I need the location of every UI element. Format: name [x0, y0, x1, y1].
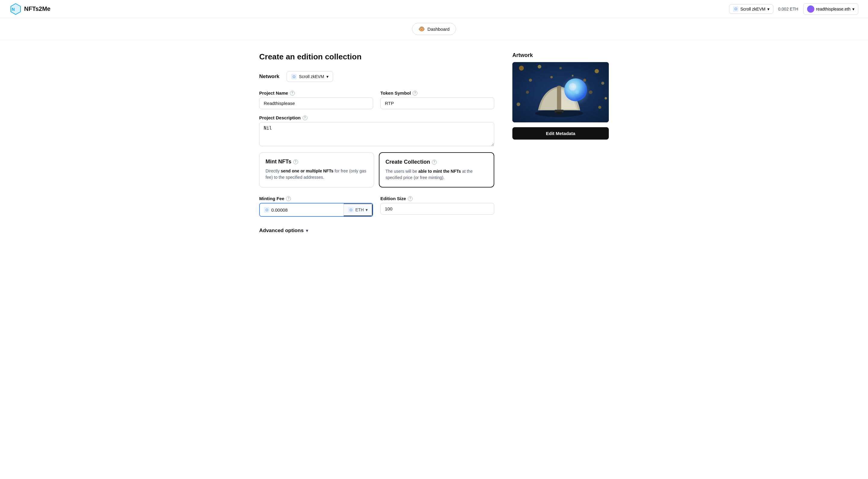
create-collection-desc: The users will be able to mint the NFTs …: [385, 168, 488, 181]
minting-fee-label: Minting Fee: [259, 196, 284, 201]
mint-nfts-title: Mint NFTs ?: [266, 158, 368, 165]
edition-size-help-icon[interactable]: ?: [408, 196, 412, 201]
description-label: Project Description: [259, 115, 301, 120]
svg-point-24: [575, 90, 579, 94]
svg-point-13: [598, 106, 601, 109]
svg-point-22: [564, 79, 587, 101]
header-network-button[interactable]: ⬡ Scroll zkEVM ▾: [729, 4, 773, 14]
network-select-button[interactable]: ⬡ Scroll zkEVM ▾: [287, 71, 333, 82]
network-chevron: ▾: [327, 74, 329, 79]
project-name-group: Project Name ?: [259, 90, 373, 109]
network-section-label: Network: [259, 73, 279, 80]
minting-fee-help-icon[interactable]: ?: [286, 196, 291, 201]
svg-text:N: N: [12, 7, 15, 12]
svg-point-4: [519, 66, 524, 70]
form-area: Create an edition collection Network ⬡ S…: [259, 52, 494, 234]
user-chevron: ▾: [852, 7, 855, 11]
svg-point-14: [604, 97, 607, 99]
logo[interactable]: N NFTs2Me: [10, 3, 50, 15]
create-collection-help-icon[interactable]: ?: [432, 160, 437, 164]
header: N NFTs2Me ⬡ Scroll zkEVM ▾ 0.002 ETH rea…: [0, 0, 868, 18]
project-name-input[interactable]: [259, 97, 373, 109]
name-symbol-row: Project Name ? Token Symbol ?: [259, 90, 494, 109]
header-network-chevron: ▾: [767, 7, 770, 11]
svg-point-6: [538, 65, 541, 68]
edit-metadata-button[interactable]: Edit Metadata: [513, 127, 609, 140]
mint-nfts-card[interactable]: Mint NFTs ? Directly send one or multipl…: [259, 152, 374, 187]
artwork-image: [513, 62, 609, 122]
network-btn-label: Scroll zkEVM: [299, 74, 324, 79]
svg-point-11: [601, 82, 604, 85]
fee-currency-label: ETH: [355, 207, 364, 212]
card-options: Mint NFTs ? Directly send one or multipl…: [259, 152, 494, 187]
navbar: 🐵 Dashboard: [0, 18, 868, 40]
token-symbol-group: Token Symbol ?: [380, 90, 494, 109]
fee-value: 0.00008: [271, 207, 287, 212]
fee-currency-chevron: ▾: [366, 207, 368, 212]
edition-size-group: Edition Size ?: [380, 196, 494, 217]
svg-point-23: [569, 83, 576, 90]
logo-text: NFTs2Me: [24, 5, 50, 12]
avatar: [807, 5, 814, 13]
page-title: Create an edition collection: [259, 52, 494, 61]
user-label: readthisplease.eth: [816, 7, 850, 11]
create-collection-title: Create Collection ?: [385, 159, 488, 165]
svg-point-16: [559, 67, 562, 69]
svg-point-7: [550, 76, 553, 79]
fee-currency-icon: ⬡: [348, 207, 353, 212]
fee-scroll-icon: ⬡: [264, 207, 270, 212]
edition-size-input[interactable]: [380, 203, 494, 215]
artwork-label: Artwork: [513, 52, 609, 58]
eth-balance: 0.002 ETH: [778, 7, 798, 11]
mint-nfts-desc: Directly send one or multiple NFTs for f…: [266, 168, 368, 181]
user-button[interactable]: readthisplease.eth ▾: [803, 3, 858, 15]
svg-point-9: [517, 102, 520, 106]
token-symbol-help-icon[interactable]: ?: [412, 91, 417, 95]
main-content: Create an edition collection Network ⬡ S…: [223, 40, 645, 246]
description-input[interactable]: Nil: [259, 122, 494, 146]
minting-fee-input-wrap: ⬡ 0.00008 ⬡ ETH ▾: [259, 203, 373, 217]
network-row: Network ⬡ Scroll zkEVM ▾: [259, 71, 494, 82]
fee-currency-button[interactable]: ⬡ ETH ▾: [344, 204, 373, 216]
fee-size-row: Minting Fee ? ⬡ 0.00008 ⬡ ETH ▾: [259, 196, 494, 217]
create-collection-card[interactable]: Create Collection ? The users will be ab…: [379, 152, 494, 187]
token-symbol-input[interactable]: [380, 97, 494, 109]
dashboard-icon: 🐵: [418, 26, 425, 32]
header-right: ⬡ Scroll zkEVM ▾ 0.002 ETH readthispleas…: [729, 3, 858, 15]
svg-point-10: [595, 69, 599, 73]
header-network-label: Scroll zkEVM: [740, 7, 765, 11]
minting-fee-input[interactable]: ⬡ 0.00008: [260, 204, 344, 216]
token-symbol-label: Token Symbol: [380, 90, 411, 95]
svg-point-5: [529, 79, 532, 82]
project-name-label: Project Name: [259, 90, 288, 95]
minting-fee-group: Minting Fee ? ⬡ 0.00008 ⬡ ETH ▾: [259, 196, 373, 217]
svg-rect-20: [556, 112, 562, 114]
advanced-options-row[interactable]: Advanced options ▾: [259, 225, 494, 234]
edition-size-label: Edition Size: [380, 196, 406, 201]
artwork-sidebar: Artwork: [513, 52, 609, 234]
advanced-options-chevron: ▾: [306, 228, 308, 233]
svg-point-8: [526, 91, 529, 94]
dashboard-button[interactable]: 🐵 Dashboard: [412, 23, 456, 35]
description-help-icon[interactable]: ?: [303, 116, 307, 120]
dashboard-label: Dashboard: [427, 27, 450, 32]
project-name-help-icon[interactable]: ?: [290, 91, 295, 95]
scroll-icon: ⬡: [733, 6, 738, 12]
description-group: Project Description ? Nil: [259, 115, 494, 146]
advanced-options-label: Advanced options: [259, 228, 304, 234]
mint-nfts-help-icon[interactable]: ?: [293, 159, 298, 164]
network-scroll-icon: ⬡: [291, 74, 297, 79]
